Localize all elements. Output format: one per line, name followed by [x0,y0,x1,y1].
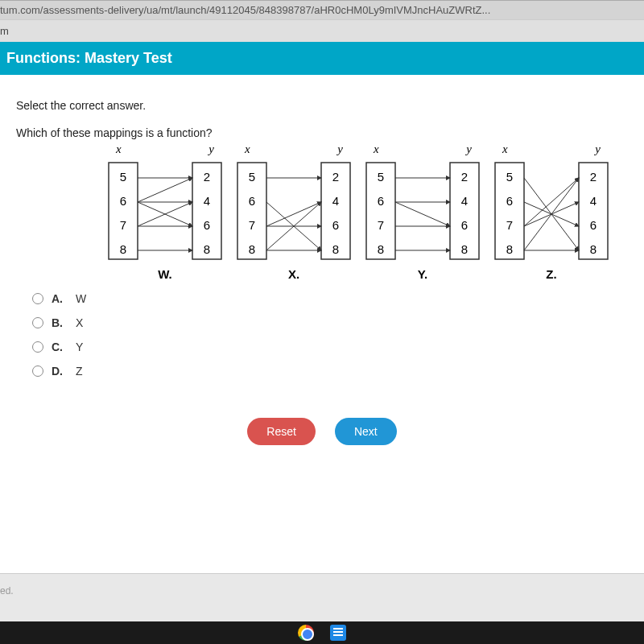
question-panel: Select the correct answer. Which of thes… [0,75,644,574]
chrome-icon[interactable] [298,625,314,641]
docs-icon[interactable] [330,625,346,641]
x-label: x [245,142,250,156]
svg-line-60 [524,178,579,226]
radio-icon [32,317,43,328]
option-d[interactable]: D. Z [32,365,628,378]
option-text: X [76,316,83,329]
svg-text:5: 5 [378,170,384,184]
option-letter: B. [52,316,66,329]
mapping-y-label: Y. [418,267,428,281]
y-label: y [466,142,472,156]
svg-text:6: 6 [249,194,255,208]
svg-text:2: 2 [461,170,468,184]
radio-icon [32,365,43,377]
x-label: x [502,142,508,156]
option-c[interactable]: C. Y [32,341,628,353]
svg-text:6: 6 [590,218,597,232]
svg-line-29 [266,202,321,226]
svg-text:6: 6 [378,194,384,208]
radio-icon [32,341,43,353]
svg-text:6: 6 [204,218,210,232]
svg-text:8: 8 [120,242,126,256]
y-label: y [208,142,214,156]
svg-line-45 [395,202,450,226]
svg-text:5: 5 [120,170,126,184]
option-text: Z [76,365,83,378]
svg-text:8: 8 [204,242,210,256]
mapping-x-label: X. [288,267,299,281]
instruction-text: Select the correct answer. [16,99,628,112]
x-label: x [374,142,379,156]
address-bar[interactable]: tum.com/assessments-delivery/ua/mt/launc… [0,0,644,19]
radio-icon [32,293,43,304]
svg-text:2: 2 [590,170,597,184]
svg-text:8: 8 [590,242,597,256]
option-letter: C. [52,341,66,353]
svg-text:4: 4 [590,194,597,208]
mapping-z-label: Z. [546,267,556,281]
svg-text:6: 6 [332,218,339,232]
mapping-w: x y 5 6 7 8 2 4 6 8 [105,159,225,263]
svg-text:5: 5 [506,170,513,184]
option-letter: D. [52,365,66,378]
answer-options: A. W B. X C. Y D. Z [32,292,628,378]
svg-text:8: 8 [332,242,339,256]
site-label: m [0,19,644,42]
option-a[interactable]: A. W [32,292,628,305]
assessment-title-bar: Functions: Mastery Test [0,42,644,75]
svg-text:2: 2 [204,170,210,184]
x-label: x [116,142,122,156]
mapping-x: x y 5 6 7 8 2 4 6 8 X. [233,159,354,263]
svg-text:8: 8 [378,242,384,256]
mapping-w-label: W. [158,267,172,281]
svg-text:8: 8 [461,242,468,256]
svg-line-11 [138,178,192,202]
assessment-title: Functions: Mastery Test [6,50,172,66]
svg-text:6: 6 [461,218,468,232]
reset-button[interactable]: Reset [247,418,316,445]
y-label: y [595,142,601,156]
svg-text:4: 4 [332,194,339,208]
svg-text:7: 7 [249,218,255,232]
svg-text:4: 4 [461,194,468,208]
svg-text:8: 8 [249,242,255,256]
mapping-y: x y 5 6 7 8 2 4 6 8 Y. [362,159,483,263]
svg-text:6: 6 [120,194,126,208]
svg-text:8: 8 [506,242,513,256]
svg-text:7: 7 [506,218,513,232]
mapping-diagrams: x y 5 6 7 8 2 4 6 8 [16,159,628,263]
svg-text:2: 2 [332,170,339,184]
y-label: y [337,142,343,156]
option-b[interactable]: B. X [32,316,628,329]
mapping-z: x y 5 6 7 8 2 4 6 8 Z. [491,159,612,263]
option-text: Y [76,341,83,353]
svg-text:4: 4 [204,194,210,208]
taskbar [0,621,644,644]
svg-text:5: 5 [249,170,255,184]
option-letter: A. [52,292,66,305]
action-buttons: Reset Next [16,418,628,445]
question-text: Which of these mappings is a function? [16,126,628,139]
svg-text:7: 7 [120,218,126,232]
svg-text:6: 6 [506,194,513,208]
url-text: tum.com/assessments-delivery/ua/mt/launc… [0,4,490,16]
option-text: W [76,292,86,305]
footer-text: ed. [0,574,644,597]
next-button[interactable]: Next [335,418,397,445]
svg-text:7: 7 [378,218,384,232]
